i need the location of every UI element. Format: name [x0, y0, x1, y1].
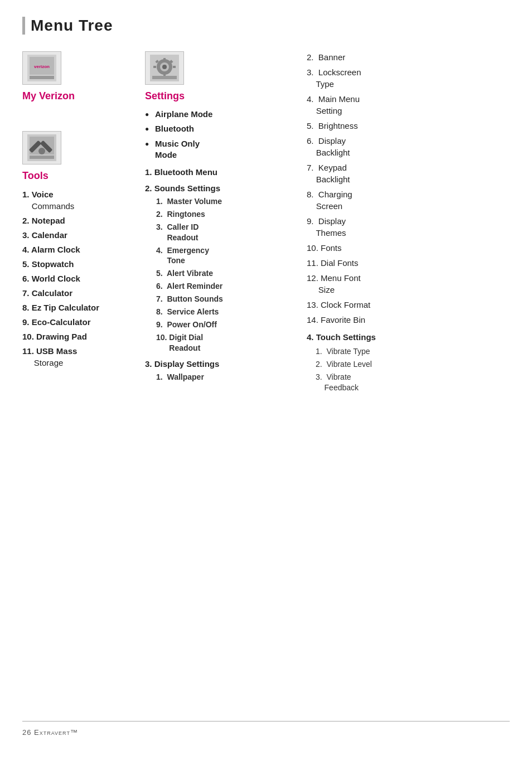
column-3: 2. Banner 3. Lockscreen Type 4. Main Men… [301, 51, 418, 395]
list-item: 3. Calendar [22, 229, 134, 241]
list-item: 10. Drawing Pad [22, 331, 134, 342]
list-item: Music OnlyMode [145, 138, 296, 161]
list-item: 1. Voice Commands [22, 188, 134, 212]
svg-rect-3 [30, 76, 54, 79]
touch-settings-title: 4. Touch Settings [307, 331, 418, 343]
list-item: 5. Alert Vibrate [156, 268, 296, 279]
tools-title: Tools [22, 170, 134, 182]
list-item: 3. Vibrate Feedback [316, 372, 418, 393]
touch-settings-list: 1. Vibrate Type 2. Vibrate Level 3. Vibr… [316, 346, 418, 393]
svg-text:verizon: verizon [34, 64, 50, 69]
list-item: 9. Eco-Calculator [22, 316, 134, 328]
list-item: 1. Master Volume [156, 196, 296, 207]
list-item: 2. Sounds Settings 1. Master Volume 2. R… [145, 182, 296, 354]
sounds-sub-list: 1. Master Volume 2. Ringtones 3. Caller … [156, 196, 296, 354]
list-item: 1. Bluetooth Menu [145, 166, 296, 178]
settings-icon [145, 51, 184, 85]
svg-rect-14 [163, 58, 166, 61]
list-item: 3. Lockscreen Type [307, 66, 418, 90]
svg-rect-15 [163, 73, 166, 76]
page-title: Menu Tree [22, 17, 510, 35]
list-item: Airplane Mode [145, 109, 296, 120]
svg-point-8 [38, 148, 45, 154]
settings-bullets: Airplane Mode Bluetooth Music OnlyMode [145, 109, 296, 161]
list-item: 8. Charging Screen [307, 188, 418, 212]
list-item: 9. Display Themes [307, 215, 418, 239]
list-item: 1. Wallpaper [156, 372, 296, 382]
svg-rect-17 [173, 66, 176, 68]
tools-icon [22, 131, 61, 164]
list-item: 4. Alarm Clock [22, 244, 134, 255]
list-item: 8. Ez Tip Calculator [22, 302, 134, 313]
settings-title: Settings [145, 90, 296, 102]
footer: 26 Extravert™ [22, 721, 510, 737]
list-item: 14. Favorite Bin [307, 314, 418, 326]
list-item: 9. Power On/Off [156, 319, 296, 330]
list-item: 6. Display Backlight [307, 135, 418, 158]
column-1: verizon My Verizon Tools 1. Voice Comman… [22, 51, 145, 382]
list-item: 1. Vibrate Type [316, 346, 418, 357]
list-item: 2. Vibrate Level [316, 359, 418, 370]
list-item: 8. Service Alerts [156, 307, 296, 317]
svg-point-13 [162, 65, 167, 69]
svg-rect-9 [30, 156, 54, 159]
list-item: 10. Digit Dial Readout [156, 332, 296, 354]
list-item: 7. Keypad Backlight [307, 162, 418, 185]
list-item: 3. Caller ID Readout [156, 222, 296, 243]
settings-numbered-list: 1. Bluetooth Menu 2. Sounds Settings 1. … [145, 166, 296, 382]
list-item: 6. World Clock [22, 273, 134, 284]
list-item: 2. Ringtones [156, 209, 296, 220]
list-item: 13. Clock Format [307, 299, 418, 311]
list-item: 12. Menu Font Size [307, 272, 418, 296]
list-item: 5. Brightness [307, 120, 418, 132]
svg-rect-20 [152, 76, 177, 79]
list-item: 11. Dial Fonts [307, 257, 418, 269]
my-verizon-icon: verizon [22, 51, 61, 85]
column-2: Settings Airplane Mode Bluetooth Music O… [145, 51, 301, 386]
list-item: 11. USB Mass Storage [22, 345, 134, 369]
list-item: 3. Display Settings 1. Wallpaper [145, 358, 296, 382]
list-item: 4. Main Menu Setting [307, 93, 418, 117]
list-item: 7. Calculator [22, 287, 134, 299]
list-item: 4. Emergency Tone [156, 245, 296, 267]
tools-list: 1. Voice Commands 2. Notepad 3. Calendar… [22, 188, 134, 369]
list-item: 2. Banner [307, 51, 418, 63]
list-item: 6. Alert Reminder [156, 281, 296, 292]
display-sub-list: 1. Wallpaper [156, 372, 296, 382]
list-item: 5. Stopwatch [22, 258, 134, 270]
my-verizon-title: My Verizon [22, 90, 134, 102]
display-continued-list: 2. Banner 3. Lockscreen Type 4. Main Men… [307, 51, 418, 343]
footer-text: 26 Extravert™ [22, 728, 78, 737]
list-item: 7. Button Sounds [156, 294, 296, 304]
svg-rect-16 [153, 66, 156, 68]
list-item: 10. Fonts [307, 242, 418, 254]
list-item: Bluetooth [145, 123, 296, 134]
list-item: 2. Notepad [22, 215, 134, 226]
